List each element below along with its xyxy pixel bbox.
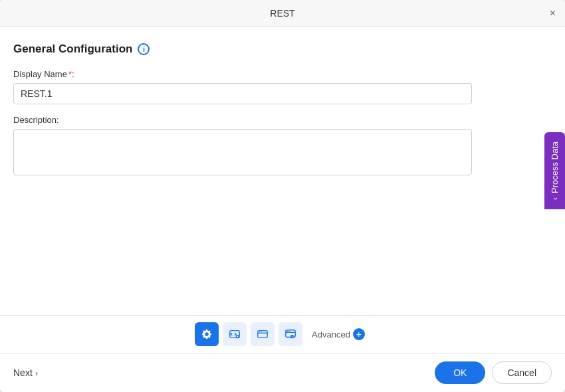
close-button[interactable]: × xyxy=(550,8,556,19)
process-data-chevron: ‹ xyxy=(550,197,560,200)
browser-icon xyxy=(257,328,269,340)
advanced-plus-icon: + xyxy=(353,328,365,340)
display-name-input[interactable] xyxy=(13,83,472,104)
toolbar-settings-browser-button[interactable] xyxy=(279,322,302,346)
code-icon xyxy=(229,328,241,340)
svg-point-10 xyxy=(287,331,288,332)
ok-button[interactable]: OK xyxy=(435,361,485,384)
modal-container: REST × General Configuration i Display N… xyxy=(0,0,565,392)
process-data-tab[interactable]: ‹ Process Data xyxy=(544,132,565,209)
description-textarea[interactable] xyxy=(13,129,472,175)
gear-icon xyxy=(201,328,213,340)
footer-right: OK Cancel xyxy=(435,361,552,384)
modal-content: General Configuration i Display Name*: D… xyxy=(0,27,565,315)
toolbar-code-button[interactable] xyxy=(223,322,247,346)
display-name-label: Display Name*: xyxy=(13,69,552,79)
description-group: Description: xyxy=(13,115,552,177)
toolbar-general-button[interactable] xyxy=(195,322,219,346)
svg-point-7 xyxy=(261,332,262,332)
modal-footer: Next › OK Cancel xyxy=(0,353,565,392)
next-chevron: › xyxy=(35,368,38,378)
svg-point-6 xyxy=(259,332,260,332)
advanced-button[interactable]: Advanced + xyxy=(306,326,370,343)
advanced-label: Advanced xyxy=(312,330,350,340)
display-name-group: Display Name*: xyxy=(13,69,552,104)
process-data-label: Process Data xyxy=(550,142,560,193)
main-area: General Configuration i Display Name*: D… xyxy=(0,27,565,315)
next-button[interactable]: Next › xyxy=(13,367,38,378)
bottom-toolbar: Advanced + xyxy=(0,315,565,353)
modal-title: REST xyxy=(270,8,294,19)
section-heading: General Configuration i xyxy=(13,43,552,56)
section-heading-text: General Configuration xyxy=(13,43,132,56)
settings-browser-icon xyxy=(284,328,296,340)
cancel-button[interactable]: Cancel xyxy=(492,361,552,384)
info-icon[interactable]: i xyxy=(138,43,150,55)
next-label: Next xyxy=(13,367,33,378)
svg-point-11 xyxy=(289,331,290,332)
title-bar: REST × xyxy=(0,0,565,27)
toolbar-browser-button[interactable] xyxy=(251,322,275,346)
description-label: Description: xyxy=(13,115,552,125)
required-marker: * xyxy=(68,69,72,79)
